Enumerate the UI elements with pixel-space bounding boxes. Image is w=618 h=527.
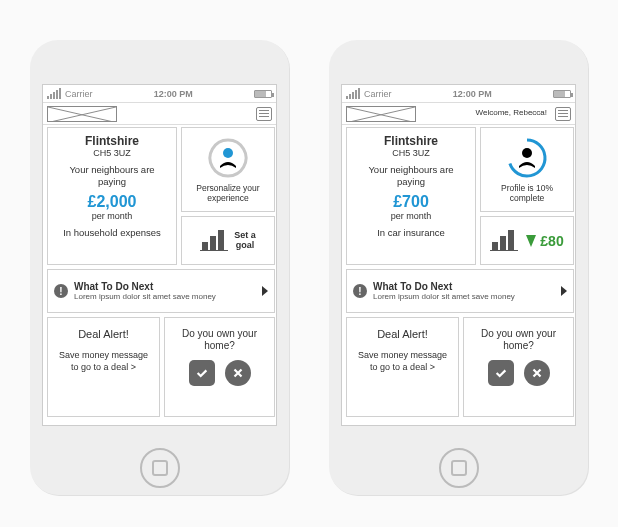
next-steps-card[interactable]: ! What To Do Next Lorem ipsum dolor sit … xyxy=(346,269,574,313)
postcode: CH5 3UZ xyxy=(351,148,471,158)
clock: 12:00 PM xyxy=(93,89,254,99)
summary-card[interactable]: Flintshire CH5 3UZ Your neighbours are p… xyxy=(346,127,476,265)
no-button[interactable] xyxy=(225,360,251,386)
svg-point-2 xyxy=(223,148,233,158)
info-icon: ! xyxy=(353,284,367,298)
check-icon xyxy=(195,366,209,380)
logo-placeholder[interactable] xyxy=(346,106,416,122)
signal-icon xyxy=(47,88,61,99)
next-title: What To Do Next xyxy=(74,281,262,292)
summary-amount: £2,000 xyxy=(52,193,172,211)
question-card: Do you own your home? xyxy=(164,317,275,417)
chevron-right-icon xyxy=(561,286,567,296)
top-bar xyxy=(43,103,276,125)
home-button[interactable] xyxy=(439,448,479,488)
summary-desc: Your neighbours are paying xyxy=(58,164,166,189)
deal-alert-card[interactable]: Deal Alert! Save money message to go to … xyxy=(47,317,160,417)
home-button[interactable] xyxy=(140,448,180,488)
next-subtitle: Lorem ipsum dolor sit amet save money xyxy=(74,292,262,301)
question-card: Do you own your home? xyxy=(463,317,574,417)
summary-amount: £700 xyxy=(351,193,471,211)
close-icon xyxy=(530,366,544,380)
question-text: Do you own your home? xyxy=(171,328,268,352)
deal-alert-card[interactable]: Deal Alert! Save money message to go to … xyxy=(346,317,459,417)
bar-chart-icon xyxy=(490,229,520,253)
carrier-label: Carrier xyxy=(364,89,392,99)
area-name: Flintshire xyxy=(351,134,471,148)
postcode: CH5 3UZ xyxy=(52,148,172,158)
screen: Carrier 12:00 PM Flintshire CH5 3UZ Your… xyxy=(42,84,277,426)
summary-card[interactable]: Flintshire CH5 3UZ Your neighbours are p… xyxy=(47,127,177,265)
phone-mockup: Carrier 12:00 PM Flintshire CH5 3UZ Your… xyxy=(30,40,289,495)
svg-point-5 xyxy=(522,148,532,158)
summary-period: per month xyxy=(351,211,471,221)
menu-icon[interactable] xyxy=(256,107,272,121)
battery-icon xyxy=(254,90,272,98)
phone-mockup: Carrier 12:00 PM Welcome, Rebecca! Flint… xyxy=(329,40,588,495)
screen: Carrier 12:00 PM Welcome, Rebecca! Flint… xyxy=(341,84,576,426)
summary-desc: Your neighbours are paying xyxy=(357,164,465,189)
signal-icon xyxy=(346,88,360,99)
summary-category: In household expenses xyxy=(52,227,172,238)
profile-card[interactable]: Profile is 10% complete xyxy=(480,127,574,212)
no-button[interactable] xyxy=(524,360,550,386)
next-steps-card[interactable]: ! What To Do Next Lorem ipsum dolor sit … xyxy=(47,269,275,313)
deal-title: Deal Alert! xyxy=(54,328,153,340)
summary-category: In car insurance xyxy=(351,227,471,238)
clock: 12:00 PM xyxy=(392,89,553,99)
area-name: Flintshire xyxy=(52,134,172,148)
yes-button[interactable] xyxy=(488,360,514,386)
menu-icon[interactable] xyxy=(555,107,571,121)
savings-amount: £80 xyxy=(540,233,563,249)
summary-period: per month xyxy=(52,211,172,221)
goal-card[interactable]: Set agoal xyxy=(181,216,275,265)
down-arrow-icon xyxy=(526,235,536,247)
yes-button[interactable] xyxy=(189,360,215,386)
bar-chart-icon xyxy=(200,229,230,253)
profile-label: Personalize your experience xyxy=(186,183,270,203)
carrier-label: Carrier xyxy=(65,89,93,99)
chevron-right-icon xyxy=(262,286,268,296)
status-bar: Carrier 12:00 PM xyxy=(43,85,276,103)
deal-title: Deal Alert! xyxy=(353,328,452,340)
top-bar: Welcome, Rebecca! xyxy=(342,103,575,125)
deal-message: Save money message to go to a deal > xyxy=(353,350,452,373)
status-bar: Carrier 12:00 PM xyxy=(342,85,575,103)
deal-message: Save money message to go to a deal > xyxy=(54,350,153,373)
profile-card[interactable]: Personalize your experience xyxy=(181,127,275,212)
goal-card[interactable]: £80 xyxy=(480,216,574,265)
profile-label: Profile is 10% complete xyxy=(485,183,569,203)
close-icon xyxy=(231,366,245,380)
battery-icon xyxy=(553,90,571,98)
logo-placeholder[interactable] xyxy=(47,106,117,122)
profile-dial-icon xyxy=(505,136,549,180)
welcome-text: Welcome, Rebecca! xyxy=(420,109,547,118)
next-subtitle: Lorem ipsum dolor sit amet save money xyxy=(373,292,561,301)
check-icon xyxy=(494,366,508,380)
goal-label: Set agoal xyxy=(234,231,256,251)
next-title: What To Do Next xyxy=(373,281,561,292)
question-text: Do you own your home? xyxy=(470,328,567,352)
profile-dial-icon xyxy=(206,136,250,180)
info-icon: ! xyxy=(54,284,68,298)
